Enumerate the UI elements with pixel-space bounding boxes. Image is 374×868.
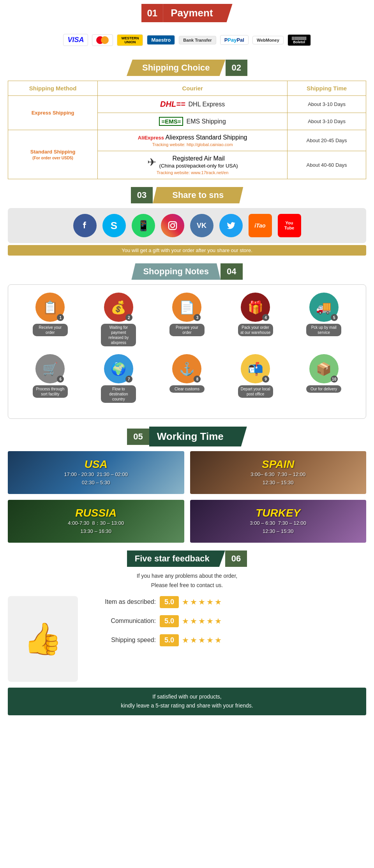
steps-container: 📋 1 Receive your order 💰 2 Waiting for p… bbox=[8, 284, 366, 419]
step-9-label: Depart your local post office bbox=[238, 385, 273, 398]
russia-times: 4:00-7:30 8：30 – 13:0013:30 – 16:30 bbox=[68, 519, 124, 536]
paypal-logo: PPayPal bbox=[220, 35, 249, 45]
feedback-num-badge: 06 bbox=[225, 550, 247, 567]
facebook-icon[interactable] bbox=[73, 214, 97, 237]
youtube-icon[interactable]: YouTube bbox=[278, 214, 301, 237]
star-2: ★ bbox=[190, 597, 197, 607]
working-num-badge: 05 bbox=[127, 429, 149, 445]
mastercard-logo bbox=[92, 34, 113, 46]
shipping-table: Shipping Method Courier Shipping Time Ex… bbox=[8, 81, 366, 179]
rating-label-comm: Communication: bbox=[86, 617, 156, 625]
rating-item-shipping: Shipping speed: 5.0 ★ ★ ★ ★ ★ bbox=[86, 634, 366, 646]
table-row: Standard Shipping(For order over USD5) A… bbox=[8, 130, 366, 151]
star-1: ★ bbox=[182, 597, 189, 607]
star-3: ★ bbox=[198, 597, 205, 607]
step-1-icon: 📋 1 bbox=[35, 293, 65, 322]
step-7: 🌍 7 Flow to destination country bbox=[99, 354, 138, 403]
payment-header: 01 Payment bbox=[8, 4, 366, 22]
itao-icon[interactable]: iTao bbox=[249, 214, 272, 237]
usa-content: USA 17:00 - 20:30 21:30 – 02:0002:30 – 5… bbox=[64, 458, 128, 487]
payment-num-badge: 01 bbox=[141, 4, 163, 22]
step-10-icon: 📦 10 bbox=[309, 354, 339, 383]
share-header: 03 Share to sns bbox=[8, 187, 366, 203]
rating-stars-described: ★ ★ ★ ★ ★ bbox=[182, 597, 222, 607]
airmail-time: About 40-60 Days bbox=[288, 151, 366, 179]
dhl-logo-text: DHL== bbox=[160, 100, 185, 109]
col-time: Shipping Time bbox=[288, 81, 366, 96]
star-5: ★ bbox=[215, 616, 222, 626]
step-3: 📄 3 Prepare your order bbox=[168, 293, 206, 336]
courier-ems: ≡EMS≡ EMS Shipping bbox=[98, 113, 288, 130]
step-4-label: Pack your order at our warehouse bbox=[238, 324, 273, 336]
rating-score-described: 5.0 bbox=[160, 596, 179, 608]
feedback-description: If you have any problems about the order… bbox=[8, 572, 366, 590]
social-icons-container: S 📱 VK iTao YouTube bbox=[8, 208, 366, 243]
star-3: ★ bbox=[198, 635, 205, 645]
ali-logo-text: AliExpress bbox=[138, 135, 164, 141]
rating-stars-shipping: ★ ★ ★ ★ ★ bbox=[182, 635, 222, 645]
share-note: You will get a gift with your order afte… bbox=[8, 245, 366, 256]
courier-dhl: DHL== DHL Express bbox=[98, 96, 288, 113]
working-header: 05 Working Time bbox=[8, 427, 366, 446]
step-10: 📦 10 Our for delivery bbox=[304, 354, 343, 393]
spain-times: 3:00– 6:30 7:30 – 12:0012:30 – 15:30 bbox=[251, 471, 305, 487]
step-5-label: Pck up by mail service bbox=[306, 324, 341, 336]
twitter-icon[interactable] bbox=[219, 214, 243, 237]
col-courier: Courier bbox=[98, 81, 288, 96]
russia-card: RUSSIA 4:00-7:30 8：30 – 13:0013:30 – 16:… bbox=[8, 500, 184, 543]
rating-score-comm: 5.0 bbox=[160, 615, 179, 627]
spain-country: SPAIN bbox=[251, 458, 305, 471]
visa-logo: VISA bbox=[63, 34, 88, 46]
share-title-banner: Share to sns bbox=[153, 187, 243, 203]
section-shopping-notes: Shopping Notes 04 📋 1 Receive your order… bbox=[0, 259, 374, 423]
usa-country: USA bbox=[64, 458, 128, 471]
step-2: 💰 2 Waiting for payment released by alix… bbox=[99, 293, 138, 346]
thumbs-image: 👍 bbox=[8, 596, 78, 682]
star-1: ★ bbox=[182, 616, 189, 626]
step-3-label: Prepare your order bbox=[169, 324, 205, 336]
star-2: ★ bbox=[190, 616, 197, 626]
step-2-icon: 💰 2 bbox=[104, 293, 133, 322]
notes-header: Shopping Notes 04 bbox=[8, 263, 366, 280]
turkey-country: TURKEY bbox=[250, 507, 306, 519]
rating-item-communication: Communication: 5.0 ★ ★ ★ ★ ★ bbox=[86, 615, 366, 627]
rating-stars-comm: ★ ★ ★ ★ ★ bbox=[182, 616, 222, 626]
method-standard: Standard Shipping(For order over USD5) bbox=[8, 130, 98, 179]
ems-time: About 3-10 Days bbox=[288, 113, 366, 130]
whatsapp-icon[interactable]: 📱 bbox=[132, 214, 155, 237]
feedback-title-banner: Five star feedback bbox=[127, 550, 225, 567]
ratings-section: Item as described: 5.0 ★ ★ ★ ★ ★ Communi… bbox=[86, 596, 366, 653]
section-share: 03 Share to sns S 📱 VK iTao YouTube You … bbox=[0, 183, 374, 259]
rating-score-shipping: 5.0 bbox=[160, 634, 179, 646]
shipping-header: Shipping Choice 02 bbox=[8, 60, 366, 76]
turkey-card: TURKEY 3:00 – 6:30 7:30 – 12:0012:30 – 1… bbox=[190, 500, 367, 543]
ems-logo-text: ≡EMS≡ bbox=[159, 117, 183, 126]
step-9-icon: 📬 9 bbox=[241, 354, 270, 383]
skype-icon[interactable]: S bbox=[102, 214, 126, 237]
rating-label-described: Item as described: bbox=[86, 598, 156, 605]
ems-name: EMS Shipping bbox=[186, 118, 226, 125]
feedback-header: Five star feedback 06 bbox=[8, 550, 366, 567]
step-5-icon: 🚚 5 bbox=[309, 293, 339, 322]
svg-point-2 bbox=[174, 223, 175, 224]
courier-aliexpress: AliExpress Aliexpress Standard Shipping … bbox=[98, 130, 288, 151]
section-feedback: Five star feedback 06 If you have any pr… bbox=[0, 547, 374, 719]
star-4: ★ bbox=[206, 597, 213, 607]
courier-airmail: ✈ Registered Air Mail(China post/epacket… bbox=[98, 151, 288, 179]
step-8-label: Clear customs bbox=[169, 385, 205, 393]
payment-title-banner: Payment bbox=[163, 4, 232, 22]
western-union-logo: WESTERNUNION bbox=[117, 34, 143, 46]
section-shipping: Shipping Choice 02 Shipping Method Couri… bbox=[0, 56, 374, 183]
spain-card: SPAIN 3:00– 6:30 7:30 – 12:0012:30 – 15:… bbox=[190, 451, 367, 494]
step-2-label: Waiting for payment released by alixpres… bbox=[101, 324, 136, 346]
airmail-name: Registered Air Mail(China post/epacket-o… bbox=[159, 155, 238, 169]
airmail-logo-icon: ✈ bbox=[147, 156, 156, 169]
step-7-icon: 🌍 7 bbox=[104, 354, 133, 383]
star-3: ★ bbox=[198, 616, 205, 626]
webmoney-logo: WebMoney bbox=[252, 36, 284, 44]
turkey-times: 3:00 – 6:30 7:30 – 12:0012:30 – 15:30 bbox=[250, 519, 306, 536]
vk-icon[interactable]: VK bbox=[190, 214, 213, 237]
instagram-icon[interactable] bbox=[161, 214, 184, 237]
feedback-bottom-note: If satisfied with our products, kindly l… bbox=[8, 688, 366, 716]
step-1-label: Receive your order bbox=[33, 324, 68, 336]
